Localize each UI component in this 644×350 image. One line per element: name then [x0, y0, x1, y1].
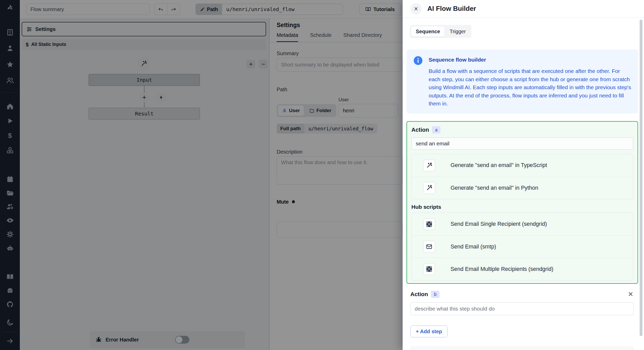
suggestion-label: Generate "send an email" in Python [451, 185, 538, 191]
drawer-title: AI Flow Builder [427, 5, 476, 13]
hub-script-label: Send Email Multiple Recipients (sendgrid… [451, 266, 553, 272]
action-b-input[interactable] [410, 302, 634, 315]
close-drawer-button[interactable] [410, 3, 422, 14]
hub-script-label: Send Email (smtp) [451, 244, 496, 250]
wand-icon [423, 182, 435, 194]
drawer-backdrop[interactable] [0, 0, 403, 350]
suggestion-generate-python[interactable]: Generate "send an email" in Python [412, 177, 633, 199]
info-icon [414, 56, 422, 65]
hub-script-label: Send Email Single Recipient (sendgrid) [451, 221, 547, 227]
hub-scripts-title: Hub scripts [411, 203, 633, 211]
hub-script-sendgrid-multiple[interactable]: Send Email Multiple Recipients (sendgrid… [412, 258, 633, 280]
close-icon [413, 6, 419, 11]
hub-scripts-list: Send Email Single Recipient (sendgrid) S… [411, 213, 633, 280]
sendgrid-icon [423, 218, 435, 230]
bottom-cutoff-panel [410, 347, 634, 350]
hub-script-smtp[interactable]: Send Email (smtp) [412, 235, 633, 258]
ai-flow-builder-drawer: AI Flow Builder Sequence Trigger Sequenc… [403, 0, 644, 350]
action-b-header: Action b [410, 290, 634, 299]
info-box: Sequence flow builder Build a flow with … [406, 49, 638, 113]
close-icon [628, 291, 634, 297]
hub-script-sendgrid-single[interactable]: Send Email Single Recipient (sendgrid) [412, 213, 633, 235]
suggestion-generate-typescript[interactable]: Generate "send an email" in TypeScript [412, 154, 633, 177]
suggestion-label: Generate "send an email" in TypeScript [451, 162, 547, 169]
action-b-badge: b [431, 291, 439, 298]
mail-icon [423, 241, 435, 253]
action-a-label: Action [411, 127, 429, 133]
add-step-label: + Add step [416, 329, 442, 335]
action-b-label: Action [410, 291, 428, 298]
info-title: Sequence flow builder [429, 57, 486, 63]
action-b-section: Action b [410, 290, 634, 315]
info-body: Build a flow with a sequence of scripts … [429, 67, 633, 108]
action-a-section: Action a Generate "send an email" in Typ… [406, 121, 638, 284]
mode-tabs: Sequence Trigger [410, 25, 471, 38]
action-a-header: Action a [411, 126, 633, 134]
scrollbar-thumb[interactable] [640, 20, 642, 336]
action-a-badge: a [432, 126, 440, 134]
tab-sequence[interactable]: Sequence [411, 26, 445, 37]
sendgrid-icon [423, 263, 435, 275]
tab-trigger[interactable]: Trigger [445, 26, 470, 37]
action-a-input[interactable] [411, 137, 633, 150]
remove-action-b-button[interactable] [628, 291, 634, 297]
wand-icon [423, 160, 435, 171]
generate-suggestions-list: Generate "send an email" in TypeScript G… [411, 154, 633, 199]
add-step-button[interactable]: + Add step [410, 326, 447, 337]
drawer-header: AI Flow Builder [403, 0, 644, 18]
